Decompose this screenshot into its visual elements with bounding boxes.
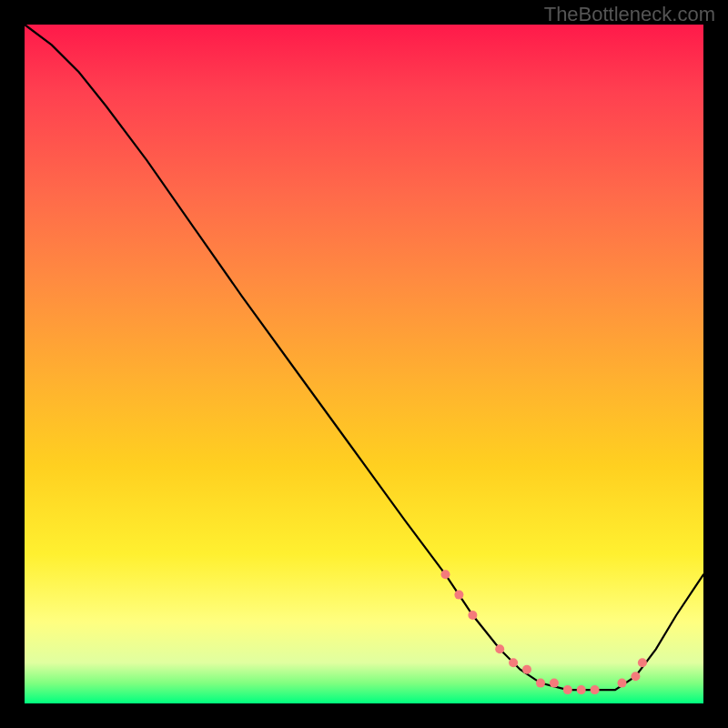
data-point-marker [495, 644, 504, 653]
data-point-marker [618, 679, 627, 688]
data-point-marker [577, 685, 586, 694]
data-point-marker [441, 570, 450, 579]
data-point-marker [468, 611, 477, 620]
data-point-marker [454, 591, 463, 600]
data-point-marker [536, 679, 545, 688]
marker-group [441, 570, 647, 694]
data-point-marker [591, 685, 600, 694]
chart-overlay [25, 25, 703, 703]
data-point-marker [631, 672, 640, 681]
watermark-text: TheBottleneck.com [544, 3, 715, 26]
data-point-marker [563, 685, 572, 694]
data-point-marker [638, 658, 647, 667]
curve-line [25, 25, 703, 690]
data-point-marker [522, 665, 531, 674]
chart-frame: TheBottleneck.com [0, 0, 728, 728]
data-point-marker [509, 658, 518, 667]
data-point-marker [550, 679, 559, 688]
